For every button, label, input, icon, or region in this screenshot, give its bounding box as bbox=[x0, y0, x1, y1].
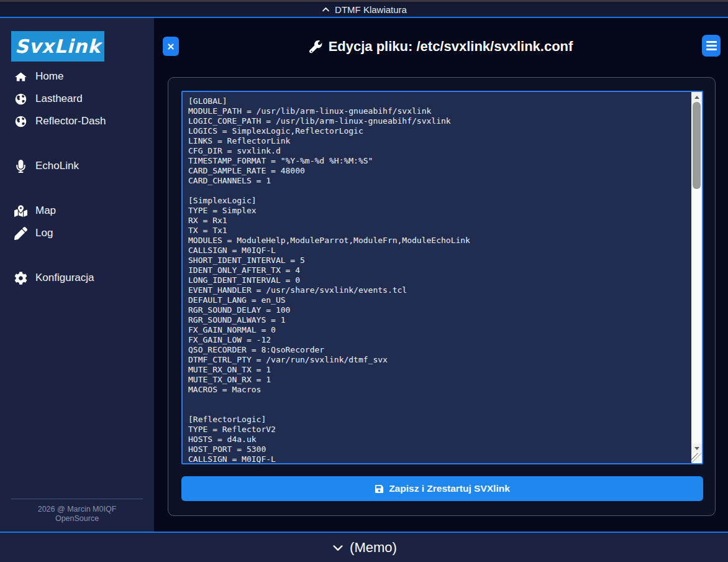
footer-copyright: 2026 @ Marcin M0IQF bbox=[0, 505, 154, 515]
dtmf-keyboard-label: DTMF Klawiatura bbox=[335, 4, 407, 15]
sidebar-item-label: Log bbox=[35, 227, 53, 239]
close-editor-button[interactable] bbox=[163, 37, 179, 56]
main-content: Edycja pliku: /etc/svxlink/svxlink.conf … bbox=[154, 18, 728, 532]
editor-panel: [GLOBAL] MODULE_PATH = /usr/lib/arm-linu… bbox=[168, 77, 716, 516]
footer-opensource: OpenSource bbox=[0, 514, 154, 524]
microphone-icon bbox=[14, 159, 27, 173]
svxlink-logo[interactable]: SvxLink bbox=[11, 31, 104, 62]
nav-group-main: Home Lastheard Reflector-Dash bbox=[0, 65, 154, 132]
nav-group-echolink: EchoLink bbox=[0, 155, 154, 177]
chevron-up-icon bbox=[321, 5, 330, 14]
save-restart-button[interactable]: Zapisz i Zrestartuj SVXlink bbox=[181, 476, 703, 501]
footer-divider bbox=[11, 499, 143, 499]
hamburger-menu-button[interactable] bbox=[702, 35, 721, 57]
sidebar-item-label: Map bbox=[35, 205, 56, 217]
sidebar: SvxLink Home Lastheard bbox=[0, 18, 154, 532]
content-row: SvxLink Home Lastheard bbox=[0, 18, 728, 532]
dtmf-keyboard-toggle[interactable]: DTMF Klawiatura bbox=[0, 0, 728, 18]
sidebar-item-label: Lastheard bbox=[35, 93, 83, 105]
sidebar-item-log[interactable]: Log bbox=[0, 222, 154, 244]
sidebar-item-home[interactable]: Home bbox=[0, 65, 154, 88]
nav-group-maplog: Map Log bbox=[0, 200, 154, 244]
page-title: Edycja pliku: /etc/svxlink/svxlink.conf bbox=[191, 39, 691, 55]
pencil-icon bbox=[14, 226, 27, 240]
config-editor-wrap: [GLOBAL] MODULE_PATH = /usr/lib/arm-linu… bbox=[181, 91, 703, 464]
sidebar-item-reflector-dash[interactable]: Reflector-Dash bbox=[0, 110, 154, 132]
scrollbar-track[interactable] bbox=[691, 102, 702, 443]
memo-toggle-bar[interactable]: (Memo) bbox=[0, 532, 728, 562]
chevron-down-icon bbox=[331, 541, 345, 555]
sidebar-footer: 2026 @ Marcin M0IQF OpenSource bbox=[0, 499, 154, 532]
sidebar-item-lastheard[interactable]: Lastheard bbox=[0, 88, 154, 110]
close-icon bbox=[167, 43, 175, 50]
arrow-down-icon bbox=[694, 447, 699, 450]
globe-icon bbox=[14, 114, 27, 128]
floppy-disk-icon bbox=[375, 484, 384, 494]
scroll-down-button[interactable] bbox=[691, 443, 702, 453]
scroll-up-button[interactable] bbox=[691, 92, 702, 102]
save-restart-label: Zapisz i Zrestartuj SVXlink bbox=[389, 483, 510, 494]
memo-label: (Memo) bbox=[350, 540, 397, 556]
scrollbar-thumb[interactable] bbox=[693, 102, 701, 189]
sidebar-nav: Home Lastheard Reflector-Dash bbox=[0, 65, 154, 289]
globe-icon bbox=[14, 92, 27, 106]
nav-group-config: Konfiguracja bbox=[0, 267, 154, 289]
sidebar-item-label: Reflector-Dash bbox=[35, 115, 106, 127]
config-file-textarea[interactable]: [GLOBAL] MODULE_PATH = /usr/lib/arm-linu… bbox=[181, 91, 703, 464]
tools-icon bbox=[309, 40, 322, 53]
app-window: DTMF Klawiatura SvxLink Home bbox=[0, 0, 728, 562]
textarea-scrollbar[interactable] bbox=[691, 92, 702, 463]
sidebar-item-echolink[interactable]: EchoLink bbox=[0, 155, 154, 177]
sidebar-item-label: Home bbox=[35, 70, 63, 83]
gear-icon bbox=[14, 271, 27, 285]
map-icon bbox=[14, 204, 27, 218]
sidebar-item-konfiguracja[interactable]: Konfiguracja bbox=[0, 267, 154, 289]
sidebar-item-label: EchoLink bbox=[35, 160, 79, 172]
home-icon bbox=[14, 70, 27, 83]
arrow-up-icon bbox=[694, 96, 699, 99]
resize-grip[interactable] bbox=[691, 453, 702, 463]
sidebar-item-label: Konfiguracja bbox=[35, 272, 94, 284]
sidebar-item-map[interactable]: Map bbox=[0, 200, 154, 222]
page-title-text: Edycja pliku: /etc/svxlink/svxlink.conf bbox=[329, 39, 573, 55]
hamburger-icon bbox=[706, 41, 717, 43]
